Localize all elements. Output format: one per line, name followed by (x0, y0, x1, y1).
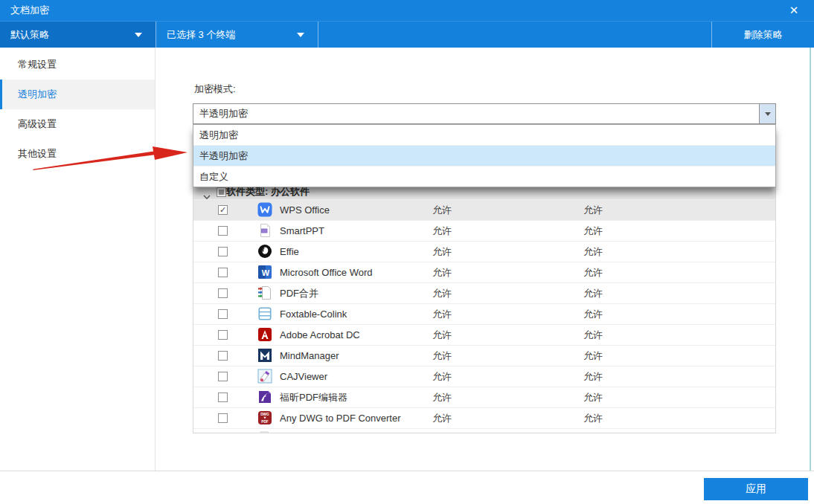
table-row[interactable]: Foxtable-Colink允许允许 (193, 303, 775, 324)
row-checkbox[interactable] (218, 247, 228, 256)
row-checkbox[interactable] (218, 372, 228, 381)
group-checkbox[interactable] (217, 187, 226, 197)
window-edge-line (810, 48, 811, 471)
permission-value[interactable]: 允许 (583, 283, 603, 303)
foxtable-icon (257, 306, 272, 321)
smartppt-icon (257, 223, 272, 238)
dropdown-option[interactable]: 透明加密 (193, 125, 775, 145)
permission-value[interactable]: 允许 (432, 304, 452, 324)
row-checkbox[interactable] (218, 309, 228, 319)
toolbar-separator (318, 22, 318, 48)
permission-value[interactable]: 允许 (583, 242, 603, 262)
permission-value[interactable]: 允许 (583, 366, 603, 387)
table-row[interactable]: WMicrosoft Office Word允许允许 (193, 262, 775, 282)
adobe-reader-icon (257, 431, 272, 433)
software-name: Adobe Acrobat DC (280, 325, 360, 345)
row-checkbox[interactable] (218, 205, 228, 215)
row-checkbox[interactable] (218, 226, 228, 236)
dropdown-option[interactable]: 自定义 (193, 166, 775, 187)
row-checkbox[interactable] (218, 268, 228, 277)
encryption-mode-label: 加密模式: (194, 83, 236, 96)
permission-value[interactable]: 允许 (583, 429, 603, 433)
permission-value[interactable]: 允许 (583, 200, 603, 220)
software-name: CAJViewer (280, 366, 327, 387)
permission-value[interactable]: 允许 (432, 387, 452, 407)
table-row[interactable]: WPS Office允许允许 (193, 199, 775, 220)
select-dropdown-button[interactable] (759, 104, 775, 123)
delete-policy-button[interactable]: 删除策略 (712, 22, 814, 48)
policy-selector[interactable]: 默认策略 (0, 22, 156, 48)
permission-value[interactable]: 允许 (583, 387, 603, 407)
row-checkbox[interactable] (218, 392, 228, 402)
sidebar: 常规设置透明加密高级设置其他设置 (0, 48, 156, 471)
sidebar-item-general-settings[interactable]: 常规设置 (0, 50, 155, 80)
permission-value[interactable]: 允许 (432, 346, 452, 366)
row-checkbox[interactable] (218, 330, 228, 340)
encryption-mode-dropdown: 透明加密半透明加密自定义 (193, 124, 776, 187)
apply-button[interactable]: 应用 (704, 478, 808, 500)
software-name: WPS Office (280, 200, 330, 220)
permission-value[interactable]: 允许 (432, 262, 452, 282)
permission-value[interactable]: 允许 (583, 304, 603, 324)
row-checkbox[interactable] (218, 351, 228, 361)
footer: 应用 (0, 471, 814, 504)
permission-value[interactable]: 允许 (432, 366, 452, 387)
permission-value[interactable]: 允许 (583, 262, 603, 282)
table-row[interactable]: Adobe Acrobat DC允许允许 (193, 324, 775, 345)
close-icon[interactable]: ✕ (783, 0, 805, 21)
pdf-merge-icon (257, 285, 272, 300)
row-checkbox[interactable] (218, 288, 228, 298)
software-permission-table: 软件类型: 办公软件 WPS Office允许允许SmartPPT允许允许Eff… (193, 184, 776, 433)
software-name: MindManager (280, 346, 339, 366)
table-row[interactable]: 福昕PDF编辑器允许允许 (193, 387, 775, 407)
permission-value[interactable]: 允许 (583, 221, 603, 241)
permission-value[interactable]: 允许 (432, 200, 452, 220)
permission-value[interactable]: 允许 (583, 408, 603, 428)
terminal-selector-label: 已选择 3 个终端 (167, 22, 235, 48)
mindmanager-icon (257, 348, 272, 363)
table-row[interactable]: Effie允许允许 (193, 241, 775, 262)
permission-value[interactable]: 允许 (432, 325, 452, 345)
software-name: Adobe Reader (280, 429, 342, 433)
terminal-selector[interactable]: 已选择 3 个终端 (156, 22, 318, 48)
foxit-pdf-icon (257, 390, 272, 404)
software-name: Foxtable-Colink (280, 304, 347, 324)
row-checkbox[interactable] (218, 413, 228, 423)
svg-text:W: W (262, 268, 270, 277)
permission-value[interactable]: 允许 (583, 346, 603, 366)
permission-value[interactable]: 允许 (432, 221, 452, 241)
table-row[interactable]: MindManager允许允许 (193, 345, 775, 366)
software-name: Any DWG to PDF Converter (280, 408, 401, 428)
software-name: Microsoft Office Word (280, 262, 373, 282)
chevron-down-icon (297, 33, 304, 37)
svg-text:DWG: DWG (260, 413, 269, 416)
chevron-down-icon (135, 33, 142, 37)
cajviewer-icon (257, 369, 272, 384)
table-row[interactable]: CAJViewer允许允许 (193, 366, 775, 387)
window-title: 文档加密 (10, 0, 49, 21)
permission-value[interactable]: 允许 (432, 429, 452, 433)
permission-value[interactable]: 允许 (432, 408, 452, 428)
wps-office-icon (257, 202, 272, 217)
permission-value[interactable]: 允许 (583, 325, 603, 345)
software-name: PDF合并 (280, 283, 318, 303)
permission-value[interactable]: 允许 (432, 283, 452, 303)
permission-value[interactable]: 允许 (432, 242, 452, 262)
document-encryption-window: { "window": { "title": "文档加密", "close_ic… (0, 0, 814, 504)
software-name: Effie (280, 242, 299, 262)
chevron-down-icon (765, 112, 771, 116)
table-row[interactable]: Adobe Reader允许允许 (193, 428, 775, 433)
sidebar-item-advanced-settings[interactable]: 高级设置 (0, 109, 155, 139)
sidebar-item-other-settings[interactable]: 其他设置 (0, 139, 155, 169)
table-row[interactable]: PDF合并允许允许 (193, 282, 775, 303)
encryption-mode-select[interactable]: 半透明加密 (193, 103, 776, 124)
dropdown-option[interactable]: 半透明加密 (193, 145, 775, 166)
table-row[interactable]: SmartPPT允许允许 (193, 220, 775, 241)
toolbar: 默认策略 已选择 3 个终端 删除策略 (0, 21, 814, 48)
software-name: SmartPPT (280, 221, 324, 241)
sidebar-item-transparent-encryption[interactable]: 透明加密 (0, 80, 155, 109)
table-row[interactable]: DWGPDFAny DWG to PDF Converter允许允许 (193, 407, 775, 428)
encryption-mode-value: 半透明加密 (199, 104, 248, 123)
acrobat-icon (257, 327, 272, 342)
titlebar: 文档加密 ✕ (0, 0, 814, 21)
